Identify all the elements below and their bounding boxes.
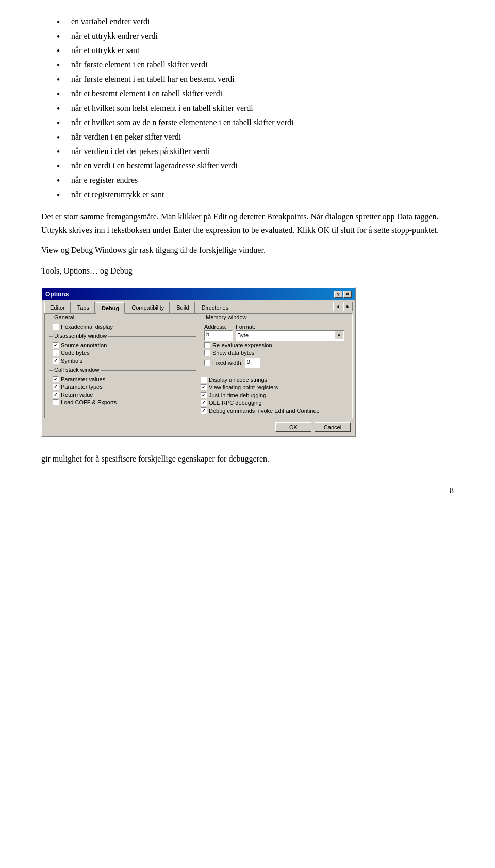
parameter-values-label: Parameter values xyxy=(61,376,105,382)
fixed-width-input[interactable]: 0 xyxy=(245,358,260,368)
memory-group-content: Address: b Format: Byte ▼ xyxy=(204,324,344,368)
hexadecimal-display-row: Hexadecimal display xyxy=(53,324,193,330)
general-group-title: General xyxy=(53,314,76,320)
ole-rpc-row: OLE RPC debugging xyxy=(201,400,348,406)
tab-prev-button[interactable]: ◄ xyxy=(333,302,342,311)
tab-debug[interactable]: Debug xyxy=(96,302,125,314)
tab-build[interactable]: Build xyxy=(171,302,194,313)
memory-address-format-row: Address: b Format: Byte ▼ xyxy=(204,324,344,341)
show-data-bytes-label: Show data bytes xyxy=(212,350,254,356)
load-coff-row: Load COFF & Exports xyxy=(53,399,193,405)
paragraph-3: Tools, Options… og Debug xyxy=(41,264,454,278)
tab-nav: ◄ ► xyxy=(333,302,353,313)
format-label: Format: xyxy=(236,324,344,330)
bullet-list: en variabel endrer verdi når et uttrykk … xyxy=(57,15,454,201)
symbols-checkbox[interactable] xyxy=(53,358,59,364)
dialog-tabs: Editor Tabs Debug Compatibility Build Di… xyxy=(42,300,355,313)
dialog-footer: OK Cancel xyxy=(42,420,355,436)
call-stack-group-title: Call stack window xyxy=(53,367,101,373)
load-coff-label: Load COFF & Exports xyxy=(61,399,117,405)
just-in-time-label: Just-in-time debugging xyxy=(209,392,266,398)
re-evaluate-row: Re-evaluate expression xyxy=(204,342,344,348)
source-annotation-label: Source annotation xyxy=(61,342,107,348)
general-group-content: Hexadecimal display xyxy=(53,324,193,330)
list-item: når en verdi i en bestemt lageradresse s… xyxy=(57,160,454,172)
return-value-label: Return value xyxy=(61,392,93,398)
debug-commands-checkbox[interactable] xyxy=(201,407,207,414)
dialog-title: Options xyxy=(45,291,69,298)
format-select-value: Byte xyxy=(237,332,249,338)
parameter-types-row: Parameter types xyxy=(53,384,193,390)
list-item: når et hvilket som helst element i en ta… xyxy=(57,102,454,114)
list-item: når første element i en tabell skifter v… xyxy=(57,59,454,71)
source-annotation-checkbox[interactable] xyxy=(53,342,59,348)
fixed-width-row: Fixed width: 0 xyxy=(204,358,344,368)
show-data-bytes-row: Show data bytes xyxy=(204,350,344,356)
tab-editor[interactable]: Editor xyxy=(44,302,71,313)
dialog-content: General Hexadecimal display Disassembly … xyxy=(44,313,353,418)
paragraph-1: Det er stort samme fremgangsmåte. Man kl… xyxy=(41,210,454,236)
load-coff-checkbox[interactable] xyxy=(53,399,59,405)
memory-group-title: Memory window xyxy=(204,314,248,320)
help-button[interactable]: ? xyxy=(334,291,342,298)
re-evaluate-label: Re-evaluate expression xyxy=(212,342,272,348)
view-floating-point-row: View floating point registers xyxy=(201,384,348,390)
return-value-row: Return value xyxy=(53,392,193,398)
tab-tabs[interactable]: Tabs xyxy=(72,302,95,313)
ok-button[interactable]: OK xyxy=(275,422,311,432)
parameter-types-checkbox[interactable] xyxy=(53,384,59,390)
address-section: Address: b xyxy=(204,324,233,341)
code-bytes-row: Code bytes xyxy=(53,350,193,356)
paragraph-4: gir mulighet for å spesifisere forskjell… xyxy=(41,452,454,466)
hexadecimal-display-checkbox[interactable] xyxy=(53,324,59,330)
symbols-row: Symbols xyxy=(53,358,193,364)
just-in-time-checkbox[interactable] xyxy=(201,392,207,398)
fixed-width-label: Fixed width: xyxy=(212,360,243,366)
list-item: en variabel endrer verdi xyxy=(57,15,454,28)
re-evaluate-checkbox[interactable] xyxy=(204,342,210,348)
display-unicode-row: Display unicode strings xyxy=(201,377,348,383)
tab-next-button[interactable]: ► xyxy=(343,302,353,311)
parameter-types-label: Parameter types xyxy=(61,384,103,390)
ole-rpc-checkbox[interactable] xyxy=(201,400,207,406)
source-annotation-row: Source annotation xyxy=(53,342,193,348)
list-item: når verdien i det det pekes på skifter v… xyxy=(57,145,454,158)
code-bytes-checkbox[interactable] xyxy=(53,350,59,356)
close-button[interactable]: ✕ xyxy=(343,291,352,298)
tab-directories[interactable]: Directories xyxy=(196,302,235,313)
tab-compatibility[interactable]: Compatibility xyxy=(126,302,170,313)
code-bytes-label: Code bytes xyxy=(61,350,90,356)
just-in-time-row: Just-in-time debugging xyxy=(201,392,348,398)
list-item: når et hvilket som av de n første elemen… xyxy=(57,116,454,129)
view-floating-point-checkbox[interactable] xyxy=(201,384,207,390)
general-group: General Hexadecimal display xyxy=(49,318,196,333)
list-item: når et uttrykk er sant xyxy=(57,44,454,57)
parameter-values-row: Parameter values xyxy=(53,376,193,382)
list-item: når et uttrykk endrer verdi xyxy=(57,30,454,42)
show-data-bytes-checkbox[interactable] xyxy=(204,350,210,356)
cancel-button[interactable]: Cancel xyxy=(315,422,351,432)
list-item: når et bestemt element i en tabell skift… xyxy=(57,88,454,100)
symbols-label: Symbols xyxy=(61,358,82,364)
titlebar-buttons: ? ✕ xyxy=(334,291,352,298)
address-label: Address: xyxy=(204,324,233,330)
format-select[interactable]: Byte ▼ xyxy=(236,330,344,341)
list-item: når verdien i en peker sifter verdi xyxy=(57,131,454,143)
debug-commands-row: Debug commands invoke Edit and Continue xyxy=(201,407,348,414)
fixed-width-checkbox[interactable] xyxy=(204,360,210,366)
format-select-arrow[interactable]: ▼ xyxy=(335,331,343,339)
return-value-checkbox[interactable] xyxy=(53,392,59,398)
other-options-group: Display unicode strings View floating po… xyxy=(201,377,348,414)
ole-rpc-label: OLE RPC debugging xyxy=(209,400,262,406)
page-number: 8 xyxy=(450,486,454,496)
disassembly-group: Disassembly window Source annotation Cod… xyxy=(49,336,196,367)
call-stack-group: Call stack window Parameter values Param… xyxy=(49,370,196,409)
options-dialog: Options ? ✕ Editor Tabs Debug Compatibil… xyxy=(41,287,356,437)
dialog-titlebar: Options ? ✕ xyxy=(42,288,355,300)
list-item: når første element i en tabell har en be… xyxy=(57,73,454,86)
view-floating-point-label: View floating point registers xyxy=(209,384,278,390)
display-unicode-checkbox[interactable] xyxy=(201,377,207,383)
dialog-right-panel: Memory window Address: b Format: Byte xyxy=(201,318,348,414)
address-input[interactable]: b xyxy=(204,330,233,341)
parameter-values-checkbox[interactable] xyxy=(53,376,59,382)
